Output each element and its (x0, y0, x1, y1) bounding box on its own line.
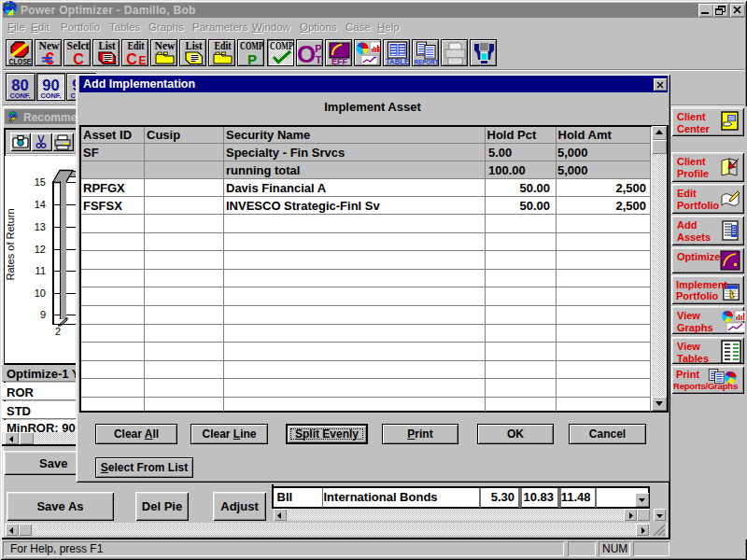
svg-text:C: C (73, 51, 84, 66)
svg-text:P: P (315, 43, 321, 54)
svg-text:O: O (297, 40, 316, 66)
svg-text:P: P (247, 51, 257, 66)
svg-text:CONF.: CONF. (10, 91, 31, 100)
svg-text:EFF: EFF (331, 57, 348, 66)
svg-text:List: List (186, 40, 203, 52)
svg-text:C: C (126, 51, 137, 66)
svg-text:T: T (315, 54, 321, 65)
svg-text:New: New (155, 40, 176, 52)
svg-text:List: List (99, 40, 116, 52)
svg-text:CLOSE: CLOSE (9, 57, 32, 66)
svg-text:CONF.: CONF. (40, 91, 61, 100)
svg-text:TABLE: TABLE (386, 57, 409, 66)
svg-text:COMP: COMP (270, 40, 293, 52)
svg-text:E: E (138, 54, 146, 66)
svg-text:Edit: Edit (215, 40, 232, 52)
svg-text:REPORT: REPORT (414, 58, 438, 66)
